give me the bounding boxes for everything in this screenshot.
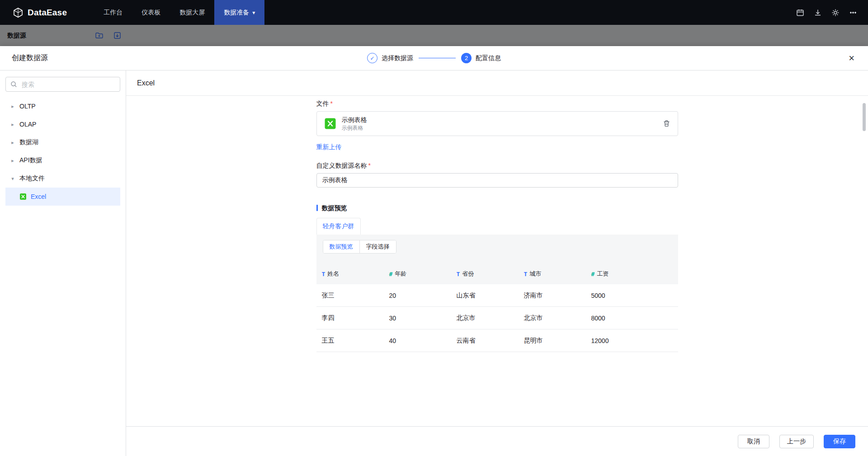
- chevron-right-icon: ▸: [10, 140, 15, 146]
- close-icon[interactable]: ×: [847, 52, 856, 65]
- tree-item-label: Excel: [31, 193, 46, 200]
- table-row: 李四 30 北京市 北京市 8000: [316, 307, 678, 329]
- th-province: T 省份: [451, 270, 519, 278]
- calendar-icon[interactable]: [796, 9, 804, 17]
- preview-section-title: 数据预览: [322, 203, 347, 212]
- nav-right-icons: [796, 9, 857, 17]
- download-icon[interactable]: [814, 9, 822, 17]
- file-desc: 示例表格: [342, 125, 367, 132]
- previous-step-button[interactable]: 上一步: [779, 435, 814, 448]
- table-row: 王五 40 云南省 昆明市 12000: [316, 329, 678, 352]
- delete-file-button[interactable]: [663, 120, 670, 127]
- tree-item-label: 数据湖: [19, 138, 38, 146]
- table-cell: 王五: [316, 337, 384, 345]
- reupload-link[interactable]: 重新上传: [316, 142, 342, 151]
- nav-items: 工作台 仪表板 数据大屏 数据准备 ▾: [94, 0, 264, 25]
- more-icon[interactable]: [849, 9, 857, 17]
- gear-icon[interactable]: [831, 9, 840, 17]
- table-cell: 40: [384, 337, 451, 344]
- modal-sidebar: ▸ OLTP ▸ OLAP ▸ 数据湖 ▸ API数据 ▾ 本地文件: [0, 71, 126, 456]
- tree-item-api[interactable]: ▸ API数据: [5, 151, 120, 169]
- import-file-icon[interactable]: [113, 31, 122, 40]
- label-text: 自定义数据源名称: [316, 162, 367, 169]
- table-cell: 张三: [316, 291, 384, 300]
- step-1: ✓ 选择数据源: [367, 53, 413, 63]
- column-label: 姓名: [327, 270, 339, 278]
- required-asterisk: *: [368, 162, 371, 169]
- cancel-button[interactable]: 取消: [738, 435, 769, 448]
- tree-item-label: OLAP: [19, 121, 36, 128]
- modal-body: ▸ OLTP ▸ OLAP ▸ 数据湖 ▸ API数据 ▾ 本地文件: [0, 71, 868, 456]
- nav-item-label: 数据准备: [224, 9, 249, 17]
- text-field-icon: T: [457, 271, 460, 277]
- nav-item-label: 仪表板: [142, 9, 160, 17]
- table-cell: 北京市: [519, 314, 586, 322]
- tree-item-localfile[interactable]: ▾ 本地文件: [5, 169, 120, 188]
- field-select-toggle[interactable]: 字段选择: [359, 240, 396, 253]
- preview-section-header: 数据预览: [316, 203, 678, 212]
- preview-panel: 数据预览 字段选择 T 姓名 # 年龄: [316, 235, 678, 284]
- tree-item-oltp[interactable]: ▸ OLTP: [5, 97, 120, 115]
- table-cell: 昆明市: [519, 337, 586, 345]
- nav-item-label: 工作台: [104, 9, 123, 17]
- file-field-label: 文件*: [316, 99, 678, 108]
- datasource-type-title: Excel: [126, 71, 868, 96]
- table-cell: 北京市: [451, 314, 519, 322]
- datasource-title: 数据源: [7, 25, 26, 46]
- step-1-label: 选择数据源: [382, 54, 413, 62]
- datasource-name-input[interactable]: [316, 173, 678, 188]
- name-field-label: 自定义数据源名称*: [316, 161, 678, 169]
- column-label: 工资: [597, 270, 609, 278]
- file-name: 示例表格: [342, 116, 367, 124]
- search-icon: [10, 81, 17, 88]
- nav-item-dashboard[interactable]: 仪表板: [132, 0, 170, 25]
- excel-icon: [19, 193, 27, 200]
- search-box[interactable]: [5, 77, 120, 92]
- chevron-right-icon: ▸: [10, 103, 15, 109]
- create-datasource-modal: 创建数据源 ✓ 选择数据源 2 配置信息 ×: [0, 46, 868, 456]
- numeric-field-icon: #: [591, 271, 595, 277]
- table-row: 张三 20 山东省 济南市 5000: [316, 284, 678, 307]
- modal-footer: 取消 上一步 保存: [126, 426, 868, 456]
- tree-item-label: OLTP: [19, 103, 36, 110]
- text-field-icon: T: [524, 271, 528, 277]
- config-content: 文件* 示例表格 示例表格: [126, 96, 868, 426]
- save-button[interactable]: 保存: [824, 435, 855, 448]
- text-field-icon: T: [322, 271, 326, 277]
- scrollbar-thumb[interactable]: [863, 103, 866, 131]
- step-done-check-icon: ✓: [367, 53, 377, 63]
- step-2: 2 配置信息: [461, 53, 501, 63]
- tree-item-label: 本地文件: [19, 174, 45, 183]
- modal-header: 创建数据源 ✓ 选择数据源 2 配置信息 ×: [0, 46, 868, 71]
- add-folder-icon[interactable]: [95, 31, 104, 40]
- brand-name: DataEase: [28, 8, 67, 18]
- chevron-right-icon: ▸: [10, 158, 15, 164]
- nav-item-dataprep[interactable]: 数据准备 ▾: [214, 0, 264, 25]
- tree-item-olap[interactable]: ▸ OLAP: [5, 115, 120, 133]
- modal-title: 创建数据源: [12, 53, 48, 63]
- brand[interactable]: DataEase: [13, 7, 67, 18]
- step-2-label: 配置信息: [476, 54, 501, 62]
- nav-item-workbench[interactable]: 工作台: [94, 0, 132, 25]
- table-cell: 30: [384, 315, 451, 322]
- uploaded-file-card: 示例表格 示例表格: [316, 111, 678, 136]
- numeric-field-icon: #: [389, 271, 393, 277]
- table-cell: 8000: [586, 315, 678, 322]
- trash-icon: [663, 120, 670, 127]
- column-label: 城市: [529, 270, 541, 278]
- tree-item-datalake[interactable]: ▸ 数据湖: [5, 133, 120, 151]
- chevron-right-icon: ▸: [10, 122, 15, 127]
- table-cell: 20: [384, 292, 451, 299]
- column-label: 年龄: [395, 270, 406, 278]
- search-input[interactable]: [21, 80, 115, 89]
- steps-indicator: ✓ 选择数据源 2 配置信息: [367, 53, 501, 63]
- required-asterisk: *: [330, 100, 333, 107]
- tree-item-excel[interactable]: Excel: [5, 188, 120, 206]
- sheet-tab[interactable]: 轻舟客户群: [316, 218, 361, 235]
- nav-item-label: 数据大屏: [179, 9, 205, 17]
- data-preview-toggle[interactable]: 数据预览: [323, 240, 359, 253]
- table-cell: 12000: [586, 337, 678, 344]
- table-cell: 济南市: [519, 291, 586, 300]
- datasource-type-tree: ▸ OLTP ▸ OLAP ▸ 数据湖 ▸ API数据 ▾ 本地文件: [5, 97, 120, 206]
- nav-item-datascreen[interactable]: 数据大屏: [170, 0, 214, 25]
